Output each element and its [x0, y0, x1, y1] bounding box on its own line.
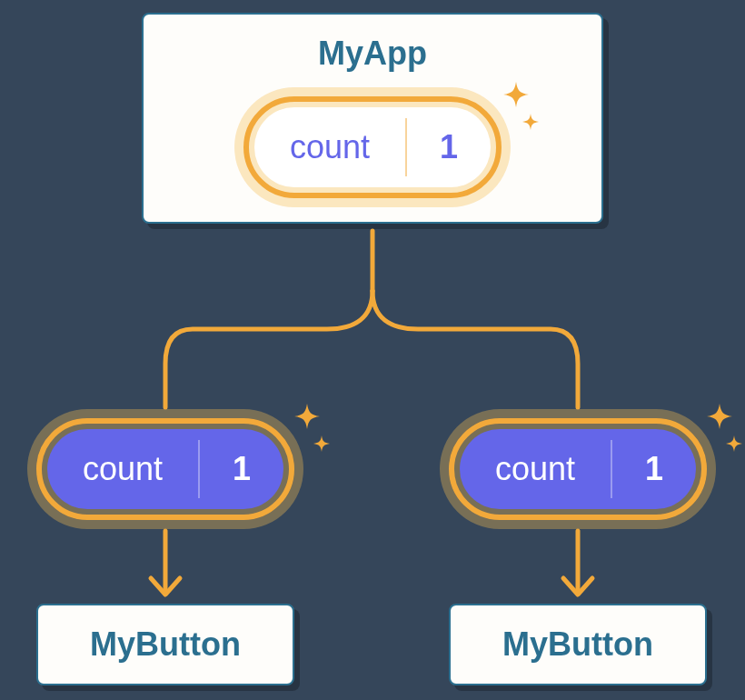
state-label: count: [254, 128, 405, 166]
root-component-title: MyApp: [318, 35, 427, 73]
prop-badge-right: count 1: [449, 418, 707, 520]
prop-label: count: [460, 450, 611, 488]
sparkle-icon: [707, 404, 742, 452]
child-component-box-left: MyButton: [36, 604, 294, 685]
badge-inner: count 1: [47, 429, 283, 509]
branch-connector: [165, 231, 578, 407]
prop-label: count: [47, 450, 198, 488]
prop-value: 1: [200, 450, 283, 488]
badge-inner: count 1: [460, 429, 696, 509]
arrow-right: [563, 531, 592, 595]
sparkle-icon: [294, 404, 330, 452]
child-component-label: MyButton: [502, 625, 653, 664]
badge-divider: [405, 118, 407, 176]
component-tree-diagram: MyApp count 1 count 1 count 1 MyButton: [0, 0, 745, 700]
child-component-box-right: MyButton: [449, 604, 707, 685]
state-badge: count 1: [243, 96, 502, 198]
arrow-left: [151, 531, 180, 595]
prop-value: 1: [612, 450, 696, 488]
child-component-label: MyButton: [90, 625, 241, 664]
prop-badge-left: count 1: [36, 418, 294, 520]
state-value: 1: [407, 128, 491, 166]
badge-inner: count 1: [254, 107, 491, 187]
